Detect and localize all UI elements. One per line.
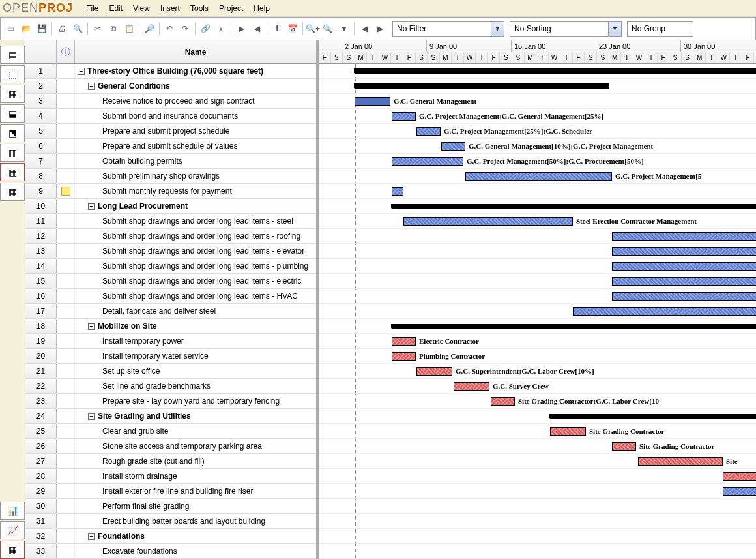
- task-row[interactable]: 19Install temporary power: [25, 334, 316, 349]
- task-name[interactable]: Submit monthly requests for payment: [75, 187, 316, 196]
- gantt-row[interactable]: [319, 469, 756, 484]
- task-bar[interactable]: [723, 472, 756, 481]
- gantt-row[interactable]: [319, 499, 756, 514]
- col-number[interactable]: [25, 40, 57, 63]
- row-number[interactable]: 13: [25, 244, 57, 258]
- task-bar[interactable]: Electric Contractor: [392, 337, 416, 346]
- usage-view-icon[interactable]: ▦: [0, 163, 25, 181]
- task-row[interactable]: 30Perform final site grading: [25, 499, 316, 514]
- task-bar[interactable]: G.C. Survey Crew: [454, 382, 489, 391]
- task-row[interactable]: 33Excavate foundations: [25, 544, 316, 559]
- task-row[interactable]: 21Set up site office: [25, 364, 316, 379]
- task-row[interactable]: 29Install exterior fire line and buildin…: [25, 484, 316, 499]
- link-icon[interactable]: 🔗: [198, 22, 212, 36]
- task-row[interactable]: 4Submit bond and insurance documents: [25, 109, 316, 124]
- task-bar[interactable]: [612, 262, 756, 271]
- paste-icon[interactable]: 📋: [122, 22, 136, 36]
- row-number[interactable]: 20: [25, 349, 57, 363]
- task-bar[interactable]: G.C. Project Management[50%];G.C. Procur…: [392, 157, 463, 166]
- collapse-icon[interactable]: −: [78, 68, 85, 75]
- report-view-icon[interactable]: ▥: [0, 144, 25, 162]
- gantt-row[interactable]: Electric Contractor: [319, 334, 756, 349]
- task-name[interactable]: Submit shop drawings and order long lead…: [75, 247, 316, 256]
- task-row[interactable]: 14Submit shop drawings and order long le…: [25, 259, 316, 274]
- task-bar[interactable]: [612, 232, 756, 241]
- row-number[interactable]: 15: [25, 274, 57, 288]
- gantt-row[interactable]: [319, 244, 756, 259]
- task-row[interactable]: 20Install temporary water service: [25, 349, 316, 364]
- chevron-down-icon[interactable]: ▼: [491, 22, 504, 36]
- task-row[interactable]: 24−Site Grading and Utilities: [25, 409, 316, 424]
- task-name[interactable]: −General Conditions: [75, 82, 316, 91]
- redo-icon[interactable]: ↷: [178, 22, 192, 36]
- row-number[interactable]: 3: [25, 94, 57, 108]
- col-name[interactable]: Name: [75, 40, 316, 63]
- gantt-row[interactable]: Plumbing Contractor: [319, 349, 756, 364]
- task-name[interactable]: Erect building batter boards and layout …: [75, 517, 316, 526]
- gantt-row[interactable]: G.C. Survey Crew: [319, 379, 756, 394]
- cut-icon[interactable]: ✂: [91, 22, 105, 36]
- collapse-icon[interactable]: −: [88, 83, 95, 90]
- task-bar[interactable]: [612, 247, 756, 256]
- new-icon[interactable]: ▭: [3, 22, 18, 36]
- gantt-row[interactable]: [319, 319, 756, 334]
- row-number[interactable]: 22: [25, 379, 57, 393]
- task-bar[interactable]: Site Grading Contractor: [612, 442, 636, 451]
- task-bar[interactable]: G.C. Project Management[25%];G.C. Schedu…: [416, 127, 441, 136]
- gantt-row[interactable]: G.C. Project Management[5: [319, 169, 756, 184]
- task-row[interactable]: 1−Three-story Office Building (76,000 sq…: [25, 64, 316, 79]
- row-number[interactable]: 11: [25, 214, 57, 228]
- task-name[interactable]: Submit bond and insurance documents: [75, 112, 316, 121]
- task-row[interactable]: 7Obtain building permits: [25, 154, 316, 169]
- task-bar[interactable]: Steel Erection Contractor Management: [403, 217, 573, 226]
- task-row[interactable]: 11Submit shop drawings and order long le…: [25, 214, 316, 229]
- gantt-row[interactable]: G.C. Project Management[50%];G.C. Procur…: [319, 154, 756, 169]
- menu-edit[interactable]: Edit: [104, 2, 128, 15]
- task-name[interactable]: Submit shop drawings and order long lead…: [75, 217, 316, 226]
- task-bar[interactable]: Site Grading Contractor;G.C. Labor Crew[…: [491, 397, 515, 406]
- gantt-chart[interactable]: 2 Jan 009 Jan 0016 Jan 0023 Jan 0030 Jan…: [319, 40, 756, 559]
- gantt-view-icon[interactable]: ▤: [0, 46, 25, 64]
- task-name[interactable]: −Three-story Office Building (76,000 squ…: [75, 67, 316, 76]
- task-bar[interactable]: G.C. Superintendent;G.C. Labor Crew[10%]: [416, 367, 452, 376]
- task-row[interactable]: 27Rough grade site (cut and fill): [25, 454, 316, 469]
- gantt-row[interactable]: [319, 289, 756, 304]
- gantt-row[interactable]: [319, 199, 756, 214]
- preview-icon[interactable]: 🔍: [70, 22, 85, 36]
- task-row[interactable]: 15Submit shop drawings and order long le…: [25, 274, 316, 289]
- outdent-icon[interactable]: ◀: [250, 22, 264, 36]
- gantt-row[interactable]: [319, 544, 756, 559]
- task-row[interactable]: 2−General Conditions: [25, 79, 316, 94]
- row-number[interactable]: 24: [25, 409, 57, 423]
- table-icon[interactable]: ▦: [0, 541, 25, 559]
- menu-tools[interactable]: Tools: [185, 2, 214, 15]
- task-name[interactable]: Prepare and submit schedule of values: [75, 142, 316, 151]
- row-number[interactable]: 14: [25, 259, 57, 273]
- menu-help[interactable]: Help: [248, 2, 275, 15]
- task-row[interactable]: 23Prepare site - lay down yard and tempo…: [25, 394, 316, 409]
- task-name[interactable]: −Site Grading and Utilities: [75, 412, 316, 421]
- find-icon[interactable]: 🔎: [142, 22, 156, 36]
- task-row[interactable]: 22Set line and grade benchmarks: [25, 379, 316, 394]
- task-bar[interactable]: Site Grading Contractor: [550, 427, 586, 436]
- row-number[interactable]: 26: [25, 439, 57, 453]
- task-row[interactable]: 17Detail, fabricate and deliver steel: [25, 304, 316, 319]
- summary-bar[interactable]: [550, 414, 756, 419]
- task-name[interactable]: Submit shop drawings and order long lead…: [75, 232, 316, 241]
- task-row[interactable]: 16Submit shop drawings and order long le…: [25, 289, 316, 304]
- gantt-row[interactable]: G.C. General Management[10%];G.C. Projec…: [319, 139, 756, 154]
- sort-input[interactable]: [510, 22, 608, 36]
- info-icon[interactable]: ℹ: [270, 22, 284, 36]
- task-name[interactable]: Prepare and submit project schedule: [75, 127, 316, 136]
- task-row[interactable]: 32−Foundations: [25, 529, 316, 544]
- summary-bar[interactable]: [355, 83, 609, 89]
- indent-icon[interactable]: ▶: [234, 22, 248, 36]
- task-name[interactable]: Excavate foundations: [75, 547, 316, 556]
- histogram-icon[interactable]: 📊: [0, 502, 25, 520]
- gantt-row[interactable]: [319, 229, 756, 244]
- collapse-icon[interactable]: −: [88, 323, 95, 330]
- filter-icon[interactable]: ▼: [337, 22, 351, 36]
- summary-bar[interactable]: [392, 204, 756, 209]
- gantt-row[interactable]: [319, 529, 756, 544]
- row-number[interactable]: 25: [25, 424, 57, 438]
